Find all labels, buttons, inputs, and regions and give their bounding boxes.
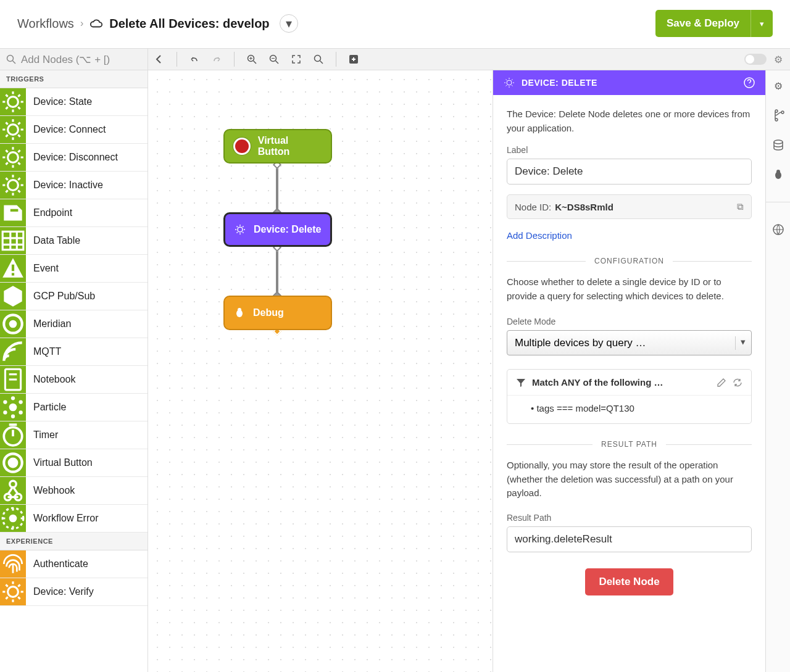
palette-item[interactable]: Timer: [0, 421, 148, 449]
label-input[interactable]: [507, 159, 752, 185]
save-deploy-dropdown[interactable]: ▾: [750, 10, 773, 37]
svg-point-49: [238, 227, 243, 232]
node-debug[interactable]: Debug: [223, 296, 332, 330]
palette-item[interactable]: Device: Disconnect: [0, 144, 148, 172]
svg-point-52: [507, 80, 512, 85]
svg-point-32: [3, 400, 7, 404]
palette-item[interactable]: Authenticate: [0, 550, 148, 578]
redo-button[interactable]: [206, 49, 228, 70]
section-experience: EXPERIENCE: [0, 533, 148, 550]
palette-item[interactable]: Meridian: [0, 310, 148, 338]
endpoint-icon: [0, 199, 26, 226]
palette-item-label: Endpoint: [26, 207, 72, 218]
palette-item-label: Notebook: [26, 374, 76, 385]
refresh-icon[interactable]: [733, 378, 742, 388]
undo-button[interactable]: [183, 49, 206, 70]
palette-item-label: Virtual Button: [26, 457, 93, 468]
add-nodes-placeholder: Add Nodes (⌥ + [): [21, 53, 110, 66]
palette-item-label: Authenticate: [26, 558, 88, 570]
branch-icon[interactable]: [772, 109, 784, 122]
device-icon: [503, 77, 515, 89]
search-icon: [6, 54, 16, 64]
fit-button[interactable]: [285, 49, 307, 70]
version-dropdown[interactable]: ▾: [280, 14, 298, 33]
svg-point-9: [315, 56, 321, 62]
page-title: Delete All Devices: develop: [109, 17, 269, 31]
trigger-button-icon: [233, 138, 251, 155]
workflow-canvas[interactable]: Virtual Button Device: Delete Debug: [148, 70, 493, 672]
particle-icon: [0, 394, 26, 421]
toolbar-separator: [234, 52, 235, 67]
add-nodes-search[interactable]: Add Nodes (⌥ + [): [0, 49, 148, 70]
palette-item[interactable]: Virtual Button: [0, 449, 148, 477]
svg-point-45: [10, 481, 17, 487]
save-deploy-button[interactable]: Save & Deploy: [655, 10, 750, 37]
svg-point-47: [9, 515, 17, 523]
palette-item[interactable]: Data Table: [0, 227, 148, 255]
svg-point-54: [774, 140, 783, 144]
delete-node-button[interactable]: Delete Node: [585, 568, 673, 595]
chevron-right-icon: ›: [80, 18, 83, 29]
palette-item[interactable]: Notebook: [0, 366, 148, 394]
error-icon: [0, 505, 26, 532]
add-description-link[interactable]: Add Description: [507, 230, 572, 241]
top-bar: Workflows › Delete All Devices: develop …: [0, 0, 790, 48]
svg-point-17: [8, 180, 19, 191]
palette-item-label: Event: [26, 263, 59, 274]
back-button[interactable]: [148, 49, 170, 70]
palette-item[interactable]: MQTT: [0, 338, 148, 366]
palette-item[interactable]: Endpoint: [0, 199, 148, 227]
search-canvas-button[interactable]: [307, 49, 330, 70]
database-icon[interactable]: [772, 139, 784, 151]
fingerprint-icon: [0, 550, 26, 578]
debug-toggle[interactable]: [744, 54, 767, 65]
edit-icon[interactable]: [717, 378, 726, 388]
zoom-in-button[interactable]: [241, 49, 263, 70]
config-description: Choose whether to delete a single device…: [507, 275, 752, 303]
help-icon[interactable]: [743, 77, 755, 89]
gear-icon[interactable]: ⚙: [774, 80, 783, 92]
svg-rect-24: [12, 273, 14, 275]
svg-point-31: [9, 404, 17, 412]
node-virtual-button[interactable]: Virtual Button: [223, 129, 332, 164]
delete-mode-select[interactable]: Multiple devices by query …: [507, 330, 752, 355]
palette-item[interactable]: Device: Connect: [0, 116, 148, 144]
svg-point-42: [9, 459, 17, 467]
gear-icon[interactable]: ⚙: [774, 54, 783, 65]
svg-point-48: [8, 587, 19, 597]
breadcrumb-root[interactable]: Workflows: [17, 17, 74, 31]
bug-icon[interactable]: [772, 168, 784, 181]
toolbar-separator: [336, 52, 336, 67]
palette-item[interactable]: GCP Pub/Sub: [0, 283, 148, 310]
node-label: Device: Delete: [254, 224, 321, 235]
svg-point-27: [10, 321, 15, 326]
palette-item[interactable]: Particle: [0, 394, 148, 421]
palette-item[interactable]: Workflow Error: [0, 505, 148, 533]
device-icon: [0, 172, 26, 199]
svg-rect-18: [2, 231, 23, 249]
copy-icon[interactable]: ⧉: [737, 201, 744, 212]
result-path-input[interactable]: [507, 526, 752, 552]
palette-item[interactable]: Event: [0, 255, 148, 283]
palette-item-label: GCP Pub/Sub: [26, 291, 95, 302]
palette-item-label: Device: Inactive: [26, 180, 103, 191]
section-divider-config: CONFIGURATION: [507, 257, 752, 265]
palette-item[interactable]: Device: Verify: [0, 578, 148, 606]
svg-marker-25: [4, 286, 22, 307]
palette-item-label: Data Table: [26, 235, 80, 246]
palette-item[interactable]: Device: State: [0, 88, 148, 116]
palette-item[interactable]: Device: Inactive: [0, 172, 148, 199]
vbutton-icon: [0, 449, 26, 476]
zoom-out-button[interactable]: [263, 49, 285, 70]
svg-point-15: [8, 125, 19, 135]
node-device-delete[interactable]: Device: Delete: [223, 212, 332, 247]
svg-point-0: [7, 56, 14, 62]
bug-icon: [233, 307, 246, 319]
panel-header: DEVICE: DELETE: [493, 70, 765, 95]
edge: [276, 164, 278, 214]
delete-mode-label: Delete Mode: [507, 317, 752, 326]
palette-item[interactable]: Webhook: [0, 477, 148, 505]
add-note-button[interactable]: [343, 49, 365, 70]
cloud-icon: [89, 19, 103, 28]
globe-icon[interactable]: [772, 223, 784, 236]
